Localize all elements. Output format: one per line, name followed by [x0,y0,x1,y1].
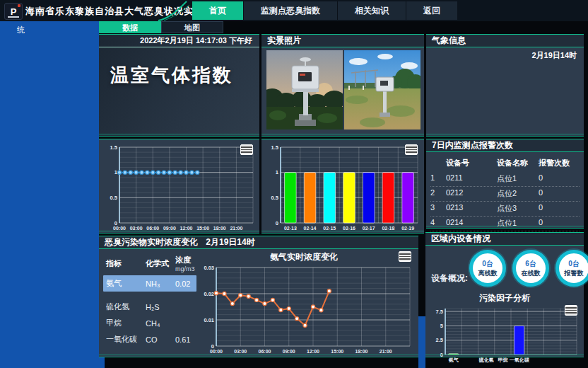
stat-value: 6台 [525,259,536,269]
stat-circle-alarm: 0台报警数 [555,250,588,287]
pollutant-row[interactable]: 硫化氢H₂S [103,299,196,315]
table-row: 30213点位30 [430,202,580,217]
svg-text:00:00: 00:00 [210,349,223,354]
stat-circle-online: 6台在线数 [512,250,549,287]
svg-text:一氧化碳: 一氧化碳 [510,357,530,363]
svg-text:0.01: 0.01 [204,317,214,323]
alarm-panel-title: 7日内监测点报警次数 [426,139,584,152]
pollutant-title-text: 恶臭污染物实时浓度变化 [105,237,198,247]
svg-text:02-19: 02-19 [401,226,414,231]
tab-data[interactable]: 数据 [99,21,161,33]
table-row: 10211点位10 [430,172,580,187]
photo-strip [266,50,421,130]
svg-text:12:00: 12:00 [307,349,319,354]
chart-menu-icon[interactable] [240,144,253,155]
svg-text:03:00: 03:00 [130,226,143,231]
chart-menu-icon[interactable] [399,251,411,262]
alarm-table-header: 设备号 设备名称 报警次数 [430,156,580,172]
app-logo-icon: P [4,3,23,20]
stat-label: 在线数 [522,269,541,278]
svg-text:21:00: 21:00 [230,226,242,231]
pollutant-row[interactable]: 一氧化碳CO0.61 [103,331,196,347]
svg-text:0.03: 0.03 [204,265,214,271]
svg-text:06:00: 06:00 [146,226,159,231]
svg-text:15:00: 15:00 [196,226,209,231]
photos-panel: 实景照片 [261,34,424,137]
tab-map[interactable]: 地图 [161,21,223,33]
devices-panel: 区域内设备情况 设备概况: 0台离线数6台在线数0台报警数 污染因子分析 02.… [425,232,584,357]
pollutant-time: 2月19日14时 [206,237,254,247]
svg-text:7.5: 7.5 [436,309,443,315]
svg-text:02-15: 02-15 [323,226,336,231]
left-sidebar [0,21,99,316]
logo-letter: P [11,6,17,17]
nav-item-odor-index[interactable]: 监测点恶臭指数 [243,1,337,20]
col-device-id: 设备号 [446,158,497,168]
stat-label: 离线数 [478,269,498,278]
view-tabs: 数据地图 [99,21,223,33]
svg-text:0: 0 [440,352,443,358]
pollutant-panel: 恶臭污染物实时浓度变化 2月19日14时 指标 化学式 浓度mg/m3 氨气NH… [99,236,418,357]
nh3-line-chart: 00.010.020.0300:0003:0006:0009:0012:0015… [198,262,414,355]
stat-value: 0台 [568,259,580,269]
main-nav: 首页监测点恶臭指数相关知识返回 [192,1,457,20]
nav-item-knowledge[interactable]: 相关知识 [337,1,406,20]
svg-text:15:00: 15:00 [331,349,343,354]
logo-red-dot [18,4,20,7]
photos-panel-title: 实景照片 [261,35,424,47]
device-stat-circles: 0台离线数6台在线数0台报警数 [469,250,588,287]
alarm-table-panel: 7日内监测点报警次数 设备号 设备名称 报警次数 10211点位1020212点… [426,139,584,229]
svg-text:21:00: 21:00 [380,349,392,354]
greeting-panel: 2022年2月19日 14:17:03 下午好 温室气体指数 [99,34,259,137]
datetime-text: 2022年2月19日 14:17:03 下午好 [99,35,259,47]
svg-text:0: 0 [276,220,278,226]
app-title-wrap: 统 [17,25,25,35]
device-overview-label: 设备概况: [431,272,468,284]
svg-text:1.5: 1.5 [110,144,117,151]
svg-text:5: 5 [440,323,443,329]
svg-text:18:00: 18:00 [355,349,368,354]
svg-text:18:00: 18:00 [213,226,226,231]
pollutant-row[interactable]: 氨气NH₃0.02 [103,275,196,292]
site-photo-dusk [266,50,343,130]
nav-item-home[interactable]: 首页 [192,1,243,20]
svg-text:02-18: 02-18 [382,226,394,231]
chart-menu-icon[interactable] [565,305,577,316]
weather-panel: 气象信息 2月19日14时 [426,34,584,137]
stat-value: 0台 [482,259,493,269]
chart-menu-icon[interactable] [405,144,418,155]
svg-text:06:00: 06:00 [259,349,271,354]
svg-text:02-13: 02-13 [284,226,297,231]
svg-text:03:00: 03:00 [234,349,247,354]
greenhouse-line-chart: 00.511.500:0003:0006:0009:0012:0015:0018… [101,142,257,232]
nav-item-back[interactable]: 返回 [406,1,457,20]
logo-bar [8,16,19,18]
svg-text:2.5: 2.5 [436,337,443,343]
col-device-name: 设备名称 [497,158,539,168]
left-sidebar-bottom [0,316,105,368]
stat-circle-offline: 0台离线数 [469,250,506,287]
svg-text:02-16: 02-16 [343,226,355,231]
svg-text:氨气: 氨气 [448,357,459,363]
pollutant-table: 指标 化学式 浓度mg/m3 氨气NH₃0.02硫化氢H₂S甲烷CH₄一氧化碳C… [103,252,196,347]
table-row: 40214点位10 [430,217,580,231]
svg-text:1.5: 1.5 [271,144,278,151]
svg-text:09:00: 09:00 [283,349,295,354]
devices-panel-title: 区域内设备情况 [425,233,584,246]
daily-index-bar-chart: 00.511.502-1302-1402-1502-1602-1702-1802… [264,142,422,232]
svg-text:0.5: 0.5 [271,195,278,201]
stat-label: 报警数 [565,269,584,278]
weather-time: 2月19日14时 [531,50,577,61]
svg-text:0.5: 0.5 [110,195,117,201]
svg-text:0.02: 0.02 [204,291,214,297]
page-title: 温室气体指数 [110,63,233,88]
svg-text:1: 1 [276,169,278,176]
svg-text:02-17: 02-17 [363,226,375,231]
col-alarm-count: 报警次数 [539,158,580,168]
svg-text:甲烷: 甲烷 [498,357,507,363]
pollutant-table-header: 指标 化学式 浓度mg/m3 [103,252,196,275]
weather-panel-title: 气象信息 [426,35,584,47]
table-row: 20212点位20 [430,187,580,202]
pollutant-row[interactable]: 甲烷CH₄ [103,315,196,331]
svg-text:00:00: 00:00 [113,226,126,231]
